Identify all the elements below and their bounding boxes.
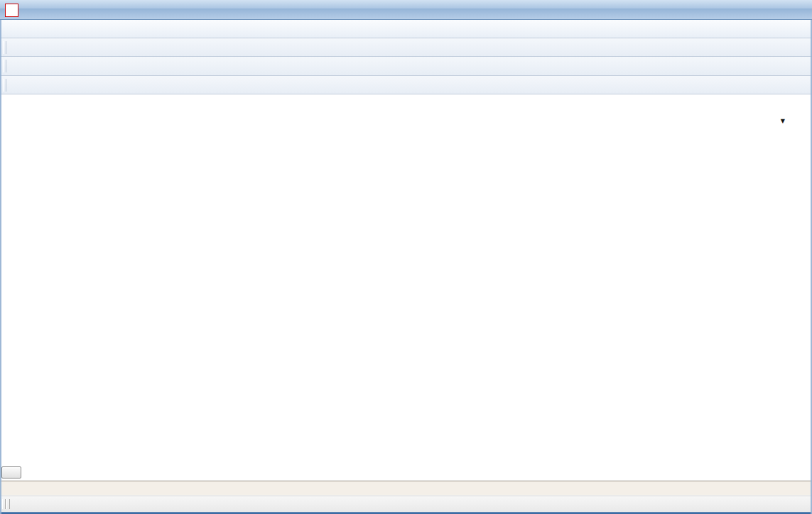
main-toolbar [0, 38, 812, 57]
menu-bar [0, 20, 812, 38]
window-left-edge [0, 20, 1, 514]
toolbar-grip[interactable] [3, 60, 6, 72]
symbol-marker-icon: ▼ [781, 118, 785, 124]
chart-toolbar [0, 57, 812, 76]
status-bar [0, 496, 812, 512]
symbol-label [799, 104, 806, 115]
statusbar-grip [6, 499, 10, 509]
statusbar-grip [2, 499, 6, 509]
expand-panel-button[interactable] [1, 466, 21, 479]
gann-tools-toolbar [0, 76, 812, 94]
chart-area: ▼ [0, 94, 812, 481]
app-logo-icon [5, 4, 18, 17]
app-window: { "window": { "logo": "赢", "title": "赢家老… [0, 0, 812, 514]
price-volume-plot [0, 94, 812, 481]
news-ticker[interactable] [0, 481, 812, 496]
toolbar-grip[interactable] [3, 79, 6, 92]
toolbar-grip[interactable] [3, 41, 6, 54]
title-bar [0, 0, 812, 20]
